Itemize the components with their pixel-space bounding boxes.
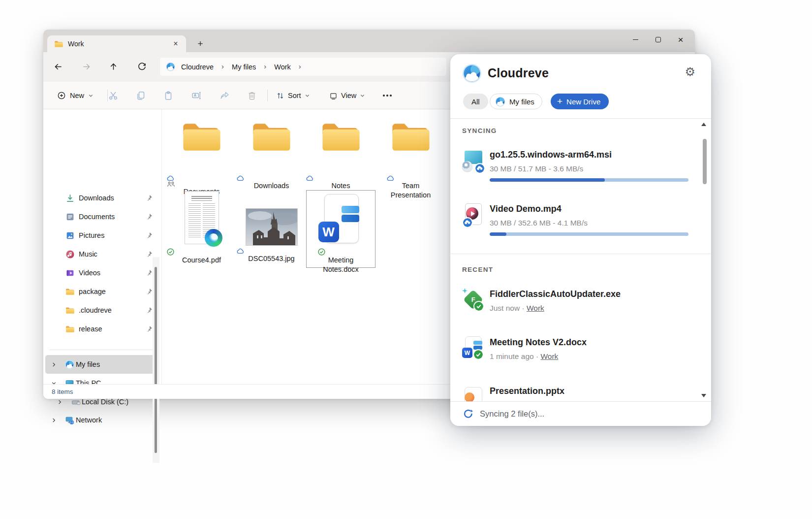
video-file-icon [463, 203, 485, 227]
folder-tile-notes[interactable]: Notes [306, 116, 375, 189]
sort-label: Sort [288, 92, 301, 99]
cloud-status-icon [306, 175, 314, 181]
pin-icon[interactable] [145, 325, 153, 333]
new-drive-button[interactable]: + New Drive [551, 94, 609, 109]
file-tile-label: DSC05543.jpg [237, 248, 306, 263]
sidebar-item-videos[interactable]: Videos [45, 263, 159, 282]
gear-icon[interactable]: ⚙ [685, 66, 695, 78]
copy-button[interactable] [132, 87, 149, 104]
pin-icon[interactable] [145, 213, 153, 221]
pin-icon[interactable] [145, 307, 153, 314]
sidebar-item-label: Music [79, 250, 97, 258]
breadcrumb-cloudreve[interactable]: Cloudreve [179, 62, 216, 72]
folder-tile-downloads[interactable]: Downloads [237, 116, 306, 189]
cloudreve-logo-icon [166, 62, 175, 71]
new-button[interactable]: New [52, 87, 98, 104]
synced-check-badge-icon [474, 350, 483, 359]
recent-location-link[interactable]: Work [527, 304, 544, 312]
sort-button[interactable]: Sort [272, 87, 314, 104]
recent-location-link[interactable]: Work [540, 352, 558, 360]
sidebar-item-documents[interactable]: Documents [45, 207, 159, 226]
cut-button[interactable] [105, 87, 122, 104]
sync-file-name: Video Demo.mp4 [490, 204, 562, 214]
breadcrumb[interactable]: Cloudreve › My files › Work › [160, 58, 446, 76]
sync-progress-text: 30 MB / 352.6 MB - 4.1 MB/s [490, 219, 588, 227]
sidebar-item-pictures[interactable]: Pictures [45, 226, 159, 245]
rename-button[interactable] [188, 87, 205, 104]
pin-icon[interactable] [145, 195, 153, 202]
breadcrumb-work[interactable]: Work [272, 62, 293, 72]
more-options-button[interactable] [379, 87, 396, 104]
folder-tile-documents[interactable]: Documents [167, 116, 236, 189]
pin-icon[interactable] [145, 232, 153, 239]
cloud-status-icon [237, 248, 245, 254]
file-tile-dsc05543-jpg[interactable]: DSC05543.jpg [237, 190, 306, 268]
pin-icon[interactable] [145, 251, 153, 258]
item-count: 8 items [52, 388, 73, 395]
documents-icon [65, 212, 75, 222]
breadcrumb-my-files[interactable]: My files [230, 62, 258, 72]
sidebar-item-label: Videos [79, 269, 100, 277]
pin-icon[interactable] [145, 288, 153, 295]
refresh-button[interactable] [133, 58, 151, 75]
sidebar-item-network[interactable]: Network [45, 411, 159, 429]
cloud-upload-badge-icon [463, 218, 472, 227]
maximize-button[interactable] [647, 30, 669, 49]
plus-circle-icon [57, 91, 66, 100]
sidebar-item-my-files[interactable]: My files [45, 355, 159, 374]
edge-browser-icon [205, 229, 222, 247]
share-button[interactable] [216, 87, 233, 104]
filter-my-files-label: My files [509, 97, 534, 106]
network-icon [65, 416, 74, 425]
sidebar-item-cloudreve-folder[interactable]: .cloudreve [45, 301, 159, 320]
sidebar-item-release[interactable]: release [45, 320, 159, 338]
sidebar-item-package[interactable]: package [45, 282, 159, 301]
panel-scroll-area[interactable]: SYNCING go1.25.5.windows-arm64.msi 30 MB… [450, 119, 711, 401]
videos-icon [65, 268, 75, 278]
file-tile-label: Course4.pdf [167, 248, 236, 265]
paste-button[interactable] [160, 87, 177, 104]
cloudreve-logo-icon [495, 97, 505, 107]
folder-tile-team-presentation[interactable]: Team Presentation [376, 116, 445, 189]
tab-title: Work [68, 40, 166, 48]
cloud-status-icon [167, 175, 175, 181]
sidebar-item-music[interactable]: Music [45, 245, 159, 263]
tab-close-icon[interactable]: × [170, 38, 181, 49]
sparkle-icon [462, 288, 468, 293]
minimize-button[interactable] [624, 30, 647, 49]
up-button[interactable] [104, 58, 122, 75]
delete-button[interactable] [244, 87, 260, 104]
forward-button[interactable] [77, 58, 95, 75]
filter-all-chip[interactable]: All [463, 94, 488, 109]
recent-time: 1 minute ago · [490, 352, 538, 360]
back-button[interactable] [49, 58, 67, 75]
chevron-right-icon[interactable] [56, 399, 63, 405]
chevron-right-icon[interactable] [50, 418, 57, 423]
cloudreve-logo-icon [462, 64, 482, 83]
new-tab-button[interactable]: + [194, 37, 207, 50]
window-controls: × [624, 30, 692, 52]
scroll-up-arrow[interactable] [701, 123, 706, 126]
recent-time: Just now · [490, 304, 525, 312]
new-label: New [70, 92, 84, 99]
file-tile-course4-pdf[interactable]: Course4.pdf [167, 190, 236, 268]
chevron-right-icon[interactable] [50, 362, 57, 367]
msi-file-icon [462, 150, 485, 173]
file-tile-meeting-notes-docx[interactable]: W Meeting Notes.docx [306, 190, 375, 268]
sync-progress-text: 30 MB / 51.7 MB - 3.6 MB/s [490, 164, 583, 173]
progress-bar [490, 178, 688, 182]
sidebar-item-label: Local Disk (C:) [82, 398, 128, 406]
view-button[interactable]: View [325, 87, 370, 104]
tab-work[interactable]: Work × [47, 35, 186, 52]
toolbar-divider [267, 90, 268, 101]
scrollbar-thumb[interactable] [155, 267, 157, 453]
close-button[interactable]: × [669, 30, 692, 49]
folder-tile-label: Team Presentation [376, 175, 445, 200]
scrollbar-thumb[interactable] [703, 139, 707, 184]
sidebar-scrollbar[interactable] [153, 257, 159, 463]
scroll-down-arrow[interactable] [701, 394, 706, 397]
sidebar-item-downloads[interactable]: Downloads [45, 189, 159, 207]
chevron-right-icon: › [297, 62, 303, 71]
pin-icon[interactable] [145, 269, 153, 277]
filter-my-files-chip[interactable]: My files [490, 94, 542, 109]
